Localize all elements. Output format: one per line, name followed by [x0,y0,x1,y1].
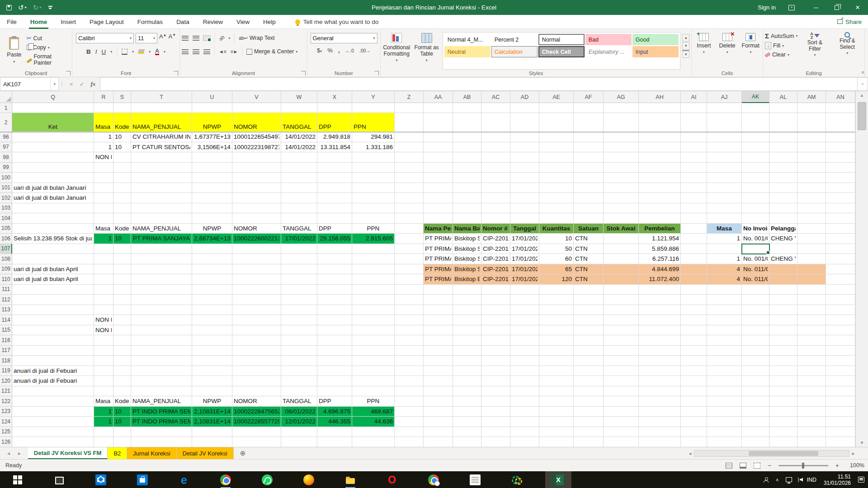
cell-AM124[interactable] [797,417,826,427]
cell-Q97[interactable] [12,142,94,153]
gallery-down-icon[interactable]: ▼ [682,42,689,50]
col-header-AF[interactable]: AF [574,91,604,103]
cell-S97[interactable]: 10 [113,142,131,153]
cell-AB108[interactable]: Biskitop Sa [453,254,481,264]
cell-U104[interactable] [192,213,232,224]
vertical-scroll-thumb[interactable] [858,102,866,130]
cell-AJ106[interactable]: 1 [707,234,742,244]
cell-Y105[interactable]: PPN [352,224,395,234]
cell-Y113[interactable] [352,305,395,315]
cell-AK107[interactable] [742,244,769,254]
cell-AL121[interactable] [769,386,797,397]
cell-AA101[interactable] [424,183,453,193]
redo-icon[interactable]: ↻▾ [33,4,42,12]
cell-AA108[interactable]: PT PRIMA [424,254,453,264]
cell-AC109[interactable]: CIP-22010 [481,264,510,275]
number-format-combo[interactable]: General▾ [311,33,377,43]
cell-AL99[interactable] [769,163,797,173]
cell-AG112[interactable] [604,295,639,305]
cell-U111[interactable] [192,285,232,295]
cell-R126[interactable] [94,437,113,447]
font-color-icon[interactable]: A [155,48,159,55]
cell-AI120[interactable] [681,376,707,386]
row-header-116[interactable]: 116 [0,335,12,346]
cell-AH96[interactable] [639,132,681,142]
cell-AA104[interactable] [424,213,453,224]
cell-AH126[interactable] [639,437,681,447]
fill-button[interactable]: ↓Fill▾ [765,42,797,49]
cell-AH116[interactable] [639,335,681,346]
cell-S120[interactable] [113,376,131,386]
cell-AM123[interactable] [797,407,826,417]
alignment-dialog-launcher[interactable] [301,71,306,75]
ribbon-display-options-icon[interactable]: ˄ [788,5,795,10]
cell-AE115[interactable] [539,325,574,336]
cell-AF122[interactable] [574,396,604,407]
cell-R103[interactable] [94,203,113,214]
cell-U97[interactable]: 3,1506E+14 [192,142,232,153]
cell-AB105[interactable]: Nama Barang [453,224,481,234]
cell-S126[interactable] [113,437,131,447]
cell-AJ99[interactable] [707,163,742,173]
cell-X124[interactable]: 446.355 [317,417,352,427]
cell-S125[interactable] [113,427,131,437]
cell-AH110[interactable]: 11.072.400 [639,274,681,285]
cell-AD104[interactable] [510,213,539,224]
col-header-V[interactable]: V [232,91,281,103]
cell-W96[interactable]: 14/01/2022 [281,132,317,142]
cell-AF1[interactable] [574,103,604,113]
accounting-format-icon[interactable]: $▾ [317,47,322,54]
cell-Z109[interactable] [395,264,424,275]
cell-R119[interactable] [94,366,113,376]
cell-U115[interactable] [192,325,232,336]
comma-style-icon[interactable]: , [338,47,340,54]
cell-S108[interactable] [113,254,131,264]
cell-X103[interactable] [317,203,352,214]
tab-scroll-left-icon[interactable]: ◄ [6,451,11,456]
cell-AC113[interactable] [481,305,510,315]
cell-AG125[interactable] [604,427,639,437]
cell-AM122[interactable] [797,396,826,407]
cell-Q105[interactable] [12,224,94,234]
cell-AD100[interactable] [510,173,539,183]
cell-AM117[interactable] [797,346,826,356]
cell-AA110[interactable]: PT PRIMA [424,274,453,285]
cell-AG102[interactable] [604,193,639,203]
cell-AE117[interactable] [539,346,574,356]
cell-AF99[interactable] [574,163,604,173]
cell-AC115[interactable] [481,325,510,336]
cell-AG122[interactable] [604,396,639,407]
cell-AN99[interactable] [826,163,855,173]
cell-W122[interactable]: TANGGAL [281,396,317,407]
cell-AE1[interactable] [539,103,574,113]
cell-AL1[interactable] [769,103,797,113]
merge-center-button[interactable]: Merge & Center▾ [246,48,297,55]
cell-W115[interactable] [281,325,317,336]
sort-filter-button[interactable]: AZ Sort & Filter▾ [801,32,828,70]
col-header-AC[interactable]: AC [481,91,510,103]
sheet-tab-jurnal-koreksi[interactable]: Jurnal Koreksi [127,447,176,459]
cell-U120[interactable] [192,376,232,386]
cell-T2[interactable]: NAMA_PENJUAL [131,113,192,132]
cell-AG126[interactable] [604,437,639,447]
row-header-124[interactable]: 124 [0,417,12,427]
vertical-scrollbar[interactable]: ▲ ▼ [855,91,868,447]
cell-S122[interactable]: Kode [113,396,131,407]
align-middle-icon[interactable] [193,36,199,41]
cell-AI108[interactable] [681,254,707,264]
cell-AG2[interactable] [604,113,639,132]
zoom-out-icon[interactable]: − [768,462,771,469]
cell-AB111[interactable] [453,285,481,295]
cell-V107[interactable] [232,244,281,254]
cell-T97[interactable]: PT CATUR SENTOSA AN [131,142,192,153]
cell-AH102[interactable] [639,193,681,203]
tray-chevron-icon[interactable]: ˄ [776,477,778,483]
cell-AM107[interactable] [797,244,826,254]
ribbon-tab-data[interactable]: Data [170,15,196,29]
cell-U123[interactable]: 2,10831E+14 [192,407,232,417]
row-header-96[interactable]: 96 [0,132,12,142]
cell-AJ115[interactable] [707,325,742,336]
cell-V112[interactable] [232,295,281,305]
clock[interactable]: 11.51 31/01/2026 [824,474,851,486]
cell-X126[interactable] [317,437,352,447]
